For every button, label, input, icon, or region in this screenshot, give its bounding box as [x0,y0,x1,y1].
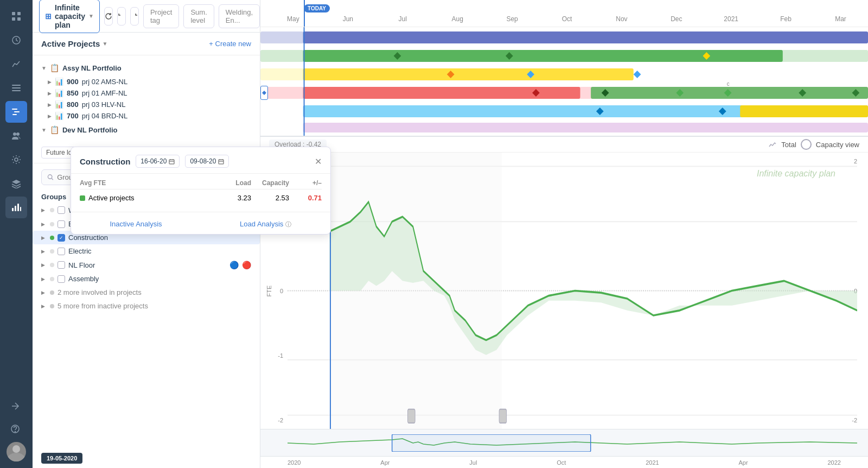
fte-label: FTE [266,285,272,296]
construction-marker[interactable] [260,86,268,100]
month-dec: Dec [649,15,704,23]
popup-header: Construction 16-06-20 09-08-20 ✕ [260,147,330,174]
group-dot-electric [50,249,54,254]
diff-value: 0.71 [308,194,322,202]
plan-label: Infinite capacity plan [55,3,85,29]
date-badge: 19-05-2020 [41,453,82,464]
svg-point-19 [15,432,16,432]
more-involved-item[interactable]: ▶ 2 more involved in projects [33,286,260,299]
svg-rect-31 [303,50,783,62]
month-mar: Mar [813,15,868,23]
group-checkbox-engineering[interactable] [58,220,65,228]
month-may: May [266,15,321,23]
infinite-capacity-watermark: Infinite capacity plan [757,169,835,179]
sidebar-icon-layers[interactable] [5,173,27,194]
plan-selector[interactable]: ⊞ Infinite capacity plan ▼ [39,0,100,33]
active-projects-label: Active Projects [41,39,100,48]
sidebar-icon-grid[interactable] [5,5,27,27]
main-content: TODAY May Jun Jul Aug Sep Oct Nov Dec 20… [260,0,868,468]
active-projects-dropdown[interactable]: Active Projects ▼ [41,39,107,48]
refresh-button[interactable] [104,7,113,26]
groups-title: Groups [41,193,66,201]
gantt-section: TODAY May Jun Jul Aug Sep Oct Nov Dec 20… [260,0,868,137]
group-checkbox-welding[interactable] [58,206,65,214]
active-projects-arrow: ▼ [102,41,107,47]
group-dot-nl-floor [50,263,54,267]
project-700[interactable]: ▶ 📊 700 prj 04 BRD-NL [33,110,260,122]
redo-button[interactable] [130,7,139,26]
project-tag-filter[interactable]: Project tag [143,4,179,28]
group-checkbox-nl-floor[interactable] [58,261,65,269]
portfolio-name: Assy NL Portfolio [62,64,122,72]
capacity-view-toggle[interactable] [801,139,812,150]
group-item-nl-floor[interactable]: ▶ NL Floor 🔵 🔴 [33,258,260,272]
popup-close-button[interactable]: ✕ [315,156,322,167]
sidebar-icon-export[interactable] [4,395,26,417]
portfolio-assy-nl[interactable]: ▼ 📋 Assy NL Portfolio [33,60,260,76]
group-dot-engineering [50,222,54,226]
svg-point-20 [12,445,20,453]
chart-area: 2 1 0 -1 -2 2 0 -2 FTE Infinite capacity… [260,153,868,429]
search-icon [47,174,54,181]
svg-rect-51 [740,105,868,117]
portfolio-icon: 📋 [50,64,59,72]
svg-rect-10 [12,114,17,115]
svg-rect-16 [17,204,19,211]
month-jun: Jun [321,15,375,23]
svg-point-26 [48,174,52,178]
popup-footer: Inactive Analysis Load Analysis ⓘ [260,212,330,234]
project-900[interactable]: ▶ 📊 900 prj 02 AMS-NL [33,76,260,87]
sidebar-icon-list[interactable] [5,77,27,99]
more-inactive-item[interactable]: ▶ 5 more from inactive projects [33,299,260,313]
construction-popup: Construction 16-06-20 09-08-20 ✕ Avg FTE [260,147,331,235]
sidebar-icon-gantt[interactable] [5,101,27,123]
sidebar-icon-settings[interactable] [5,149,27,170]
portfolio-dev-nl[interactable]: ▼ 📋 Dev NL Portfolio [33,122,260,138]
active-projects-header: Active Projects ▼ + Create new [33,33,260,55]
project-800[interactable]: ▶ 📊 800 prj 03 HLV-NL [33,99,260,110]
project-850[interactable]: ▶ 📊 850 prj 01 AMF-NL [33,87,260,99]
minimap [260,429,868,456]
load-analysis-tab[interactable]: Load Analysis ⓘ [260,217,330,232]
undo-button[interactable] [117,7,126,26]
sidebar-icon-analytics[interactable] [5,197,27,218]
minimap-inner [288,434,857,452]
group-dot-welding [50,208,54,212]
group-item-electric[interactable]: ▶ Electric [33,244,260,258]
welding-filter[interactable]: Welding, En... [219,4,260,28]
sidebar-icon-people[interactable] [5,125,27,147]
svg-point-13 [15,158,18,161]
month-feb: Feb [758,15,813,23]
bottom-months: 2020 Apr Jul Oct 2021 Apr 2022 [288,459,841,466]
svg-rect-8 [12,109,17,110]
load-analysis-info-icon[interactable]: ⓘ [285,221,291,227]
sidebar-icon-clock[interactable] [5,29,27,51]
sum-level-filter[interactable]: Sum. level [183,4,214,28]
month-nov: Nov [594,15,649,23]
group-checkbox-construction[interactable]: ✓ [58,234,65,242]
minimap-svg [288,434,857,452]
svg-rect-6 [12,87,21,88]
month-aug: Aug [430,15,485,23]
plan-arrow: ▼ [88,13,94,19]
svg-rect-15 [15,206,16,211]
svg-rect-5 [12,85,21,86]
month-2021: 2021 [704,15,758,23]
create-new-button[interactable]: + Create new [209,40,251,48]
sidebar-icon-chart[interactable] [5,53,27,75]
project-tree: ▼ 📋 Assy NL Portfolio ▶ 📊 900 prj 02 AMS… [33,55,260,142]
sidebar-icon-help[interactable] [4,418,26,440]
group-checkbox-electric[interactable] [58,248,65,255]
groups-list: ▶ Welding 🔴 ▶ Engineering ▶ ✓ Constructi… [33,203,260,448]
user-avatar[interactable] [7,442,26,461]
group-item-assembly[interactable]: ▶ Assembly [33,272,260,286]
group-checkbox-assembly[interactable] [58,275,65,283]
group-dot-construction [50,236,54,240]
portfolio-caret: ▼ [41,65,47,71]
sidebar [0,0,33,468]
svg-rect-7 [12,90,21,91]
plan-icon: ⊞ [45,12,52,21]
svg-rect-54 [303,123,868,132]
svg-rect-66 [392,434,591,452]
svg-point-12 [16,132,20,136]
